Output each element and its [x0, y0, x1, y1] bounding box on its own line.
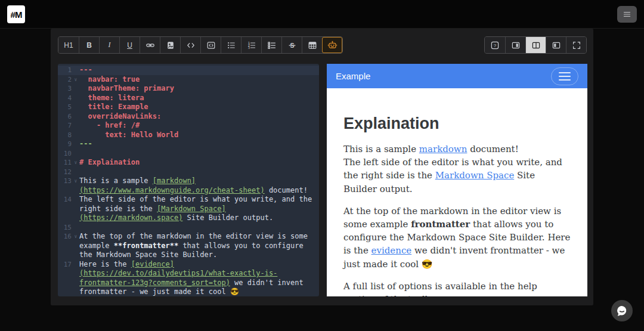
- fold-gutter: [72, 112, 79, 122]
- chat-widget-button[interactable]: [611, 300, 633, 321]
- preview-text: A full list of options is available in t…: [343, 281, 537, 296]
- preview-text: frontmatter: [411, 219, 470, 230]
- preview-link[interactable]: Markdown Space: [435, 170, 515, 181]
- table-button[interactable]: [302, 37, 322, 53]
- fold-arrow-icon[interactable]: ∨: [72, 177, 79, 195]
- editor-line[interactable]: 3 navbarTheme: primary: [58, 84, 319, 94]
- bold-button[interactable]: B: [79, 37, 99, 53]
- editor-line[interactable]: 15: [58, 223, 319, 233]
- code-text: ---: [79, 140, 319, 149]
- fold-arrow-icon[interactable]: ∨: [72, 158, 79, 168]
- editor-line[interactable]: 5 title: Example: [58, 103, 319, 112]
- code-text: navbarTheme: primary: [79, 84, 319, 94]
- code-text: title: Example: [79, 103, 319, 112]
- ordered-list-button[interactable]: 123: [241, 37, 261, 53]
- preview-heading: Explaination: [343, 115, 571, 133]
- editor-line[interactable]: 11∨# Explaination: [58, 158, 319, 168]
- split-view-button[interactable]: [525, 37, 546, 53]
- code-text: At the top of the markdown in the editor…: [79, 232, 319, 260]
- link-icon: [145, 41, 155, 50]
- help-button[interactable]: ?: [485, 37, 505, 53]
- code-text: [79, 168, 319, 177]
- preview-page: Explaination This is a sample markdown d…: [327, 88, 587, 296]
- editor-line[interactable]: 4 theme: litera: [58, 94, 319, 103]
- code-text: text: Hello World: [79, 131, 319, 140]
- inline-code-button[interactable]: [180, 37, 200, 53]
- strikethrough-button[interactable]: S: [281, 37, 302, 53]
- editor-line[interactable]: 2∨ navbar: true: [58, 75, 319, 85]
- fullscreen-button[interactable]: [566, 37, 586, 53]
- preview-navbar-brand[interactable]: Example: [336, 71, 370, 81]
- preview-link[interactable]: markdown: [419, 144, 467, 154]
- fold-arrow-icon[interactable]: ∨: [72, 75, 79, 85]
- task-list-icon: [267, 41, 277, 50]
- line-number: 6: [58, 112, 72, 122]
- preview-link[interactable]: evidence: [371, 245, 412, 256]
- app-logo[interactable]: #M: [7, 5, 25, 23]
- editor-line[interactable]: 6 overrideNavLinks:: [58, 112, 319, 122]
- bullet-list-button[interactable]: [221, 37, 241, 53]
- code-text: This is a sample [markdown](https://www.…: [79, 177, 319, 195]
- link-button[interactable]: [140, 37, 160, 53]
- editor-line[interactable]: 14The left side of the editor is what yo…: [58, 195, 319, 223]
- preview-view-icon: [552, 41, 561, 50]
- preview-text: This is a sample: [343, 144, 419, 154]
- line-number: 15: [58, 223, 72, 233]
- ordered-list-icon: 123: [247, 41, 256, 50]
- header-menu-button[interactable]: [617, 6, 637, 23]
- editor-line[interactable]: 16∨At the top of the markdown in the edi…: [58, 232, 319, 260]
- image-button[interactable]: [160, 37, 180, 53]
- code-text: ---: [79, 66, 319, 75]
- editor-line[interactable]: 1---: [58, 66, 319, 75]
- editor-line[interactable]: 10: [58, 149, 319, 159]
- fold-gutter: [72, 149, 79, 159]
- underline-label: U: [127, 41, 132, 50]
- editor-only-button[interactable]: [505, 37, 525, 53]
- line-number: 3: [58, 84, 72, 94]
- underline-button[interactable]: U: [119, 37, 140, 53]
- editor-line[interactable]: 13∨This is a sample [markdown](https://w…: [58, 177, 319, 195]
- editor-line[interactable]: 9---: [58, 140, 319, 149]
- fold-gutter: [72, 195, 79, 223]
- code-text: [79, 223, 319, 233]
- code-block-button[interactable]: [200, 37, 221, 53]
- markdown-editor[interactable]: 1---2∨ navbar: true3 navbarTheme: primar…: [58, 64, 319, 296]
- code-text: overrideNavLinks:: [79, 112, 319, 122]
- code-text: [79, 149, 319, 159]
- ai-assistant-button[interactable]: [322, 37, 342, 53]
- split-view-icon: [531, 41, 541, 50]
- line-number: 13: [58, 177, 72, 195]
- app-header: #M: [0, 0, 644, 29]
- preview-paragraph: This is a sample markdown document!The l…: [343, 143, 571, 196]
- line-number: 14: [58, 195, 72, 223]
- code-text: navbar: true: [79, 75, 319, 85]
- code-text: theme: litera: [79, 94, 319, 103]
- site-preview: Example Explaination This is a sample ma…: [327, 64, 587, 296]
- italic-button[interactable]: I: [99, 37, 119, 53]
- preview-only-button[interactable]: [546, 37, 566, 53]
- fold-arrow-icon[interactable]: ∨: [72, 232, 79, 260]
- preview-navbar-toggler[interactable]: [551, 67, 578, 85]
- editor-line[interactable]: 17Here is the [evidence](https://dev.to/…: [58, 260, 319, 297]
- code-block-icon: [206, 41, 216, 50]
- heading-label: H1: [64, 41, 73, 50]
- editor-line[interactable]: 12: [58, 168, 319, 177]
- fold-gutter: [72, 223, 79, 233]
- help-icon: ?: [490, 41, 500, 50]
- format-button-group: H1BIU123S: [58, 36, 343, 54]
- task-list-button[interactable]: [261, 37, 281, 53]
- editor-line[interactable]: 8 text: Hello World: [58, 131, 319, 140]
- editor-line[interactable]: 7 - href: /#: [58, 121, 319, 131]
- bold-label: B: [86, 41, 92, 50]
- image-icon: [166, 41, 175, 50]
- code-icon: [186, 41, 196, 50]
- fullscreen-icon: [572, 41, 581, 50]
- code-text: Here is the [evidence](https://dev.to/da…: [79, 260, 319, 297]
- preview-text: 😎: [422, 259, 433, 270]
- content-row: 1---2∨ navbar: true3 navbarTheme: primar…: [51, 54, 593, 296]
- line-number: 5: [58, 103, 72, 112]
- code-text: # Explaination: [79, 158, 319, 168]
- line-number: 10: [58, 149, 72, 159]
- fold-gutter: [72, 121, 79, 131]
- heading-button[interactable]: H1: [58, 37, 79, 53]
